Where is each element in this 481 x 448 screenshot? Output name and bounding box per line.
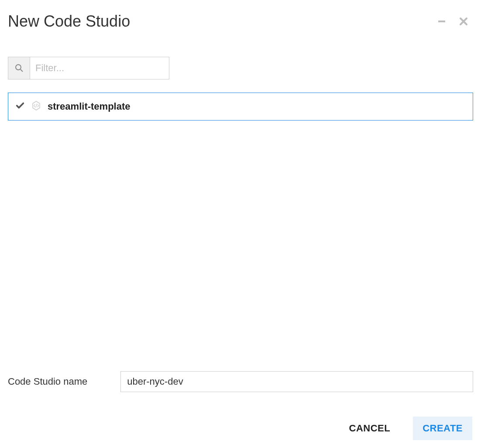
name-row: Code Studio name	[8, 371, 473, 392]
window-controls	[437, 17, 473, 26]
dialog-footer: CANCEL CREATE	[8, 417, 473, 440]
svg-rect-0	[438, 21, 445, 22]
cancel-button[interactable]: CANCEL	[340, 417, 400, 440]
template-item-streamlit[interactable]: streamlit-template	[8, 93, 473, 121]
search-box	[8, 57, 169, 79]
create-button[interactable]: CREATE	[413, 417, 472, 440]
minimize-icon[interactable]	[437, 17, 446, 26]
svg-point-1	[16, 65, 21, 70]
name-field-label: Code Studio name	[8, 376, 87, 387]
close-icon[interactable]	[459, 17, 468, 26]
check-icon	[15, 101, 25, 112]
filter-input[interactable]	[30, 57, 169, 79]
template-list: streamlit-template	[8, 93, 473, 371]
dialog-header: New Code Studio	[8, 12, 473, 31]
dialog-title: New Code Studio	[8, 12, 130, 31]
filter-row	[8, 57, 473, 79]
template-label: streamlit-template	[48, 101, 131, 112]
svg-line-2	[21, 69, 23, 72]
code-icon	[31, 100, 41, 113]
search-icon	[8, 57, 30, 79]
name-input[interactable]	[120, 371, 473, 392]
